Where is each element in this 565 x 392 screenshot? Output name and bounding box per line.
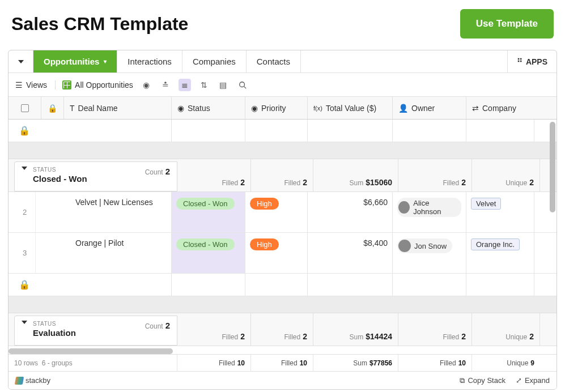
tab-companies[interactable]: Companies [182, 50, 247, 73]
cell-owner[interactable]: Alice Johnson [393, 192, 466, 232]
cell-priority[interactable]: High [245, 192, 308, 232]
cell-total-value[interactable]: $6,660 [308, 192, 393, 232]
row-number: 2 [9, 192, 36, 232]
use-template-button[interactable]: Use Template [460, 9, 554, 39]
tab-contacts[interactable]: Contacts [247, 50, 301, 73]
col-total-value[interactable]: f(x)Total Value ($) [308, 97, 393, 119]
app-frame: Opportunities▾ Interactions Companies Co… [8, 50, 557, 390]
row-number: 3 [9, 233, 36, 273]
search-icon[interactable] [236, 79, 249, 91]
lock-icon: 🔒 [41, 97, 64, 119]
group-header-closed-won[interactable]: STATUS Closed - Won Count 2 Filled 2 Fil… [9, 159, 556, 192]
cell-company[interactable]: Orange Inc. [466, 233, 534, 273]
totals-footer: 10 rows 6 - groups Filled 10 Filled 10 S… [9, 354, 556, 371]
grid-body: 🔒 STATUS Closed - Won Count 2 Filled 2 F… [9, 120, 556, 389]
grid-icon [62, 80, 71, 90]
apps-button[interactable]: ⠛ APPS [507, 50, 556, 73]
filter-icon[interactable]: ≛ [159, 79, 172, 91]
cell-owner[interactable]: Jon Snow [393, 233, 466, 273]
vertical-scrollbar[interactable] [550, 120, 555, 389]
copy-icon: ⧉ [460, 376, 465, 385]
table-row[interactable]: 3 Orange | Pilot Closed - Won High $8,40… [9, 233, 556, 274]
current-view[interactable]: All Opportunities [62, 80, 133, 90]
lock-icon: 🔒 [19, 125, 30, 136]
lock-icon: 🔒 [19, 279, 30, 290]
svg-point-0 [240, 82, 245, 87]
tab-interactions[interactable]: Interactions [117, 50, 182, 73]
column-headers: 🔒 TDeal Name ◉Status ◉Priority f(x)Total… [9, 97, 556, 120]
collapse-icon[interactable] [22, 321, 27, 324]
person-icon: 👤 [398, 104, 408, 113]
locked-row-bottom: 🔒 [9, 274, 556, 296]
dropdown-icon: ◉ [177, 104, 184, 113]
avatar [398, 240, 411, 252]
sort-icon[interactable]: ⇅ [198, 79, 210, 91]
col-deal-name[interactable]: TDeal Name [64, 97, 172, 119]
expand-icon: ⤢ [516, 376, 522, 385]
horizontal-scrollbar[interactable] [9, 348, 173, 354]
dropdown-icon: ◉ [251, 104, 258, 113]
cell-status[interactable]: Closed - Won [172, 192, 245, 232]
cell-total-value[interactable]: $8,400 [308, 233, 393, 273]
cell-deal-name[interactable]: Orange | Pilot [36, 233, 172, 273]
link-icon: ⇄ [472, 104, 479, 113]
logo-icon [15, 377, 24, 385]
group-header-evaluation[interactable]: STATUS Evaluation Count 2 Filled 2 Fille… [9, 313, 556, 346]
select-all-checkbox[interactable] [9, 97, 41, 119]
hamburger-icon: ☰ [15, 80, 23, 90]
cell-priority[interactable]: High [245, 233, 308, 273]
bottom-bar: stackby ⧉Copy Stack ⤢Expand [9, 371, 556, 389]
tables-dropdown[interactable] [9, 50, 33, 73]
hide-fields-icon[interactable]: ◉ [140, 79, 152, 91]
col-company[interactable]: ⇄Company [466, 97, 534, 119]
apps-icon: ⠛ [517, 57, 522, 66]
collapse-icon[interactable] [22, 167, 27, 170]
tab-opportunities[interactable]: Opportunities▾ [33, 50, 117, 73]
svg-line-1 [244, 86, 246, 88]
expand-button[interactable]: ⤢Expand [516, 376, 550, 385]
table-tabs: Opportunities▾ Interactions Companies Co… [9, 50, 556, 73]
view-toolbar: ☰ Views All Opportunities ◉ ≛ ≣ ⇅ ▤ [9, 73, 556, 97]
col-status[interactable]: ◉Status [172, 97, 245, 119]
col-owner[interactable]: 👤Owner [393, 97, 466, 119]
views-button[interactable]: ☰ Views [15, 80, 56, 90]
cell-status[interactable]: Closed - Won [172, 233, 245, 273]
group-icon[interactable]: ≣ [179, 79, 191, 91]
table-row[interactable]: 2 Velvet | New Licenses Closed - Won Hig… [9, 192, 556, 233]
col-priority[interactable]: ◉Priority [245, 97, 308, 119]
cell-deal-name[interactable]: Velvet | New Licenses [36, 192, 172, 232]
text-icon: T [70, 104, 75, 113]
locked-row-top: 🔒 [9, 120, 556, 142]
page-title: Sales CRM Template [11, 14, 188, 35]
copy-stack-button[interactable]: ⧉Copy Stack [460, 376, 505, 385]
avatar [398, 201, 410, 214]
cell-company[interactable]: Velvet [466, 192, 534, 232]
row-height-icon[interactable]: ▤ [217, 79, 230, 91]
brand-logo[interactable]: stackby [15, 376, 50, 385]
formula-icon: f(x) [313, 105, 322, 112]
